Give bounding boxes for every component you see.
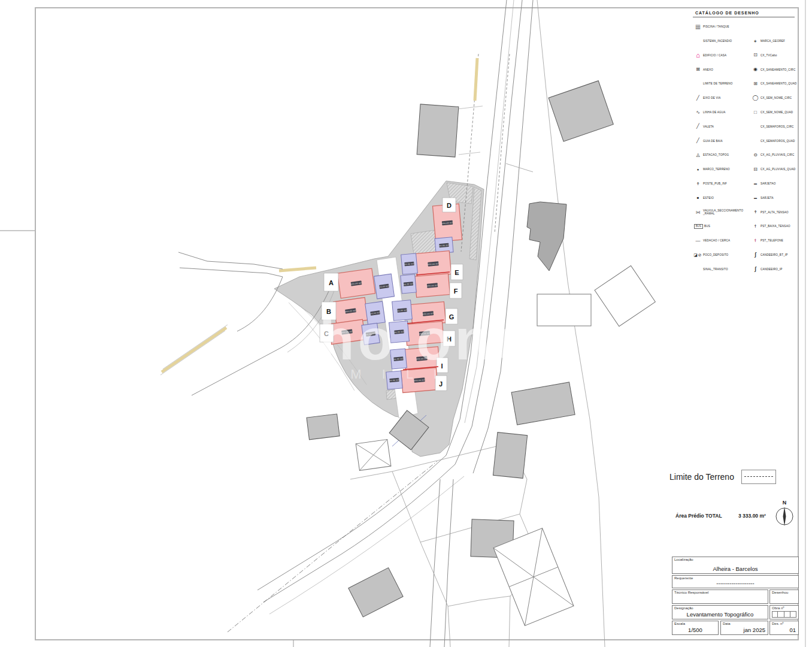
terrain-limit-key: Limite do Terreno [669,470,776,484]
field-value: Levantamento Topográfico [672,611,768,618]
building [349,568,403,617]
svg-text:E: E [455,269,459,276]
legend-label: ANEXO [703,68,746,71]
field-designacao: Designação Levantamento Topográfico [672,605,768,619]
legend-row: ⊟CX_AG_PLUVIAIS_QUAD [750,162,799,177]
svg-text:D: D [447,202,452,209]
legend-label: PISCINA / TANQUE [703,25,746,28]
legend-label: CX_AG_PLUVIAIS_CIRC [761,153,799,156]
legend-row: ϯPST_BAIXA_TENSAO [750,219,799,234]
field-value: -------------------- [672,580,798,586]
title-block: Localização Alheira - Barcelos Requerent… [671,556,800,636]
legend-row: [⋈]VALVULA_SECCIONAMENTO _RAMAL [693,205,750,219]
legend-label: VALETA [703,125,746,128]
ht-pole-icon: Ϯ [750,210,761,214]
field-label: Técnico Responsável [674,591,708,594]
legend-label: SISTEMA_INCENDIO [703,40,746,43]
lamp-icon: ʃ [750,267,761,272]
pool-hatch-icon: ▦ [693,24,703,30]
legend-row: CX_SEMAFOROS_CIRC [750,120,799,134]
legend-row: ╱VALETA [693,120,750,134]
svg-text:ho onc: ho onc [319,307,529,371]
legend-label: EDIFICIO / CASA [703,54,746,57]
legend-row: ϮPOSTE_PUB_INF [693,177,750,191]
field-obra: Obra nº [769,605,799,619]
legend-row: ■ESTEIO [693,191,750,205]
legend-label: SARJETA [761,196,799,199]
watermark: ho onc I M I L I [319,307,529,382]
noname-circ-icon: ◯ [750,95,761,101]
legend-row: ϮPST_ALTA_TENSAO [750,205,799,219]
field-value: 1/500 [672,627,718,633]
building [549,81,613,141]
field-des-num: Des. nº 01 [769,621,799,635]
building-icon: ⌂ [693,52,703,59]
legend-row: ●MARCO_TERRENO [693,162,750,177]
pluvial-quad-icon: ⊟ [750,167,761,172]
drain-icon: ▬ [750,182,761,185]
legend-row: ◪⊘POCO_DEPOSITO [693,248,750,262]
legend-label: CX_SEM_NOME_QUAD [761,111,799,114]
legend-label: ESTACAO_TOPOG [703,153,746,156]
terrain-limit-label: Limite do Terreno [669,472,734,482]
svg-text:F: F [454,288,458,295]
legend-row: ∗MARCA_GEOREF [750,34,799,49]
info-post-icon: Ϯ [693,182,703,186]
field-label: Obra nº [772,606,784,610]
field-value: Alheira - Barcelos [672,566,798,572]
legend-label: GUIA DE BAIA [703,140,746,143]
legend-label: CX_TVCabo [761,54,799,57]
svg-text:A: A [329,279,334,286]
field-label: Localização [674,558,693,561]
georef-icon: ∗ [750,39,761,43]
sewer-circ-icon: ◉ [750,67,761,72]
valve-icon: [⋈] [693,211,703,214]
building-crossed [493,528,574,626]
field-label: Escala [674,622,685,625]
legend-label: PST_TELEFONE [761,239,799,242]
field-value: 01 [770,627,798,633]
building [493,433,527,479]
drawing-sheet: ###.## m2 ##.## m2 A ###.## m2 ##.## m2 [0,0,812,647]
building [511,382,575,425]
north-label: N [783,500,787,506]
building-crossed [356,439,391,470]
legend-label: POSTE_PUB_INF [703,182,746,185]
field-label: Designação [674,606,693,610]
building-outline [595,265,655,326]
obra-grid [772,611,796,618]
legend-panel: CATÁLOGO DE DESENHO ▦PISCINA / TANQUESIS… [693,10,799,279]
drain-icon: ▬ [750,196,761,199]
legend-label: CANDEEIRO_IP [761,268,799,271]
legend-row: LIMITE DE TERRENO [693,77,750,91]
legend-label: CX_SANEAMENTO_QUAD [761,82,799,85]
legend-label: VALVULA_SECCIONAMENTO _RAMAL [703,209,746,216]
bus-icon: BUS [694,224,703,229]
building [417,104,459,157]
legend-row: ⊞CX_SANEAMENTO_QUAD [750,77,799,91]
legend-row: ╱EIXO DE VIA [693,91,750,105]
svg-text:I M I L I: I M I L I [326,367,446,382]
legend-row: ◯CX_SEM_NOME_CIRC [750,91,799,105]
field-label: Des. nº [772,622,784,625]
legend-row: ⊖CX_AG_PLUVIAIS_CIRC [750,148,799,162]
legend-row: ▦PISCINA / TANQUE [693,20,750,34]
legend-row: ϯPST_TELEFONE [750,234,799,248]
legend-row: ∿LINHA DE AGUA [693,105,750,120]
field-data: Data jan 2025 [720,621,768,635]
annex-icon: ⊠ [693,67,703,72]
survey-station-icon: ◬ [693,153,703,158]
legend-row: ⊠ANEXO [693,62,750,77]
legend-row: SINAL_TRANSITO [693,262,750,277]
noname-quad-icon: □ [750,110,761,115]
legend-row: SISTEMA_INCENDIO [693,34,750,49]
legend-label: CANDEEIRO_BT_IP [761,253,799,256]
legend-label: SARJETAO [761,182,799,185]
curb-icon: ╱ [693,138,703,143]
legend-label: CX_SANEAMENTO_CIRC [761,68,799,71]
legend-row: ⌂EDIFICIO / CASA [693,49,750,63]
legend-col-right: ∗MARCA_GEOREF⊡CX_TVCabo◉CX_SANEAMENTO_CI… [750,34,799,277]
stake-icon: ■ [693,196,703,199]
pluvial-circ-icon: ⊖ [750,153,761,158]
landmark-icon: ● [693,168,703,171]
